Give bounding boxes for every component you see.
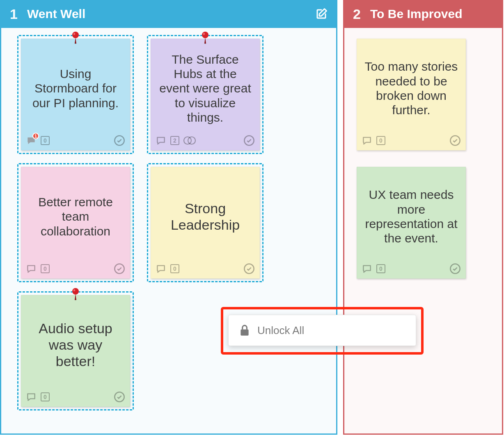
context-menu-label: Unlock All [257, 324, 304, 337]
count-box[interactable]: 0 [41, 136, 50, 145]
column-number: 2 [353, 6, 370, 22]
check-icon[interactable] [449, 263, 461, 274]
reaction-icon[interactable] [183, 136, 196, 145]
column-number: 1 [10, 6, 27, 22]
comment-icon[interactable] [362, 263, 372, 274]
check-icon[interactable] [114, 263, 125, 274]
count-box[interactable]: 0 [170, 264, 179, 273]
edit-column-icon[interactable] [315, 8, 328, 20]
column-body[interactable]: Too many stories needed to be broken dow… [343, 28, 503, 435]
svg-point-1 [73, 33, 76, 35]
card-text: Audio setup was way better! [21, 295, 130, 387]
card[interactable]: Audio setup was way better! 0 [17, 291, 134, 410]
comment-icon[interactable] [156, 135, 166, 146]
card-footer: 2 [151, 131, 260, 150]
card-text: UX team needs more representation at the… [357, 167, 466, 259]
count-box[interactable]: 0 [41, 392, 50, 401]
count-box[interactable]: 2 [170, 136, 179, 145]
card-footer: 0 [357, 259, 466, 279]
card-text: Too many stories needed to be broken dow… [357, 39, 466, 131]
context-menu-unlock-all[interactable]: Unlock All [228, 315, 416, 346]
lock-icon [239, 324, 250, 337]
card-footer: 1 0 [21, 131, 130, 150]
svg-point-0 [72, 32, 79, 38]
card-text: Better remote team collaboration [21, 167, 130, 259]
column-body[interactable]: Using Stormboard for our PI planning. 1 … [0, 28, 337, 435]
check-icon[interactable] [243, 135, 255, 146]
svg-point-13 [73, 289, 76, 291]
card-text: Strong Leadership [151, 167, 260, 259]
svg-rect-18 [241, 330, 248, 336]
card-footer: 0 [21, 259, 130, 279]
column-header: 2 To Be Improved [343, 0, 503, 28]
svg-point-4 [202, 32, 208, 38]
card-footer: 0 [21, 387, 130, 407]
card[interactable]: UX team needs more representation at the… [357, 167, 466, 279]
comment-icon[interactable] [156, 263, 166, 274]
card-text: The Surface Hubs at the event were great… [151, 39, 260, 131]
count-box[interactable]: 0 [376, 136, 385, 145]
svg-point-5 [203, 33, 205, 35]
comment-icon[interactable] [26, 392, 37, 402]
card[interactable]: Strong Leadership 0 [147, 163, 263, 282]
check-icon[interactable] [449, 135, 461, 146]
comment-icon[interactable] [26, 263, 37, 274]
comment-badge: 1 [32, 133, 39, 139]
check-icon[interactable] [114, 135, 125, 146]
column-title: Went Well [27, 7, 315, 21]
column-2: 2 To Be Improved Too many stories needed… [343, 0, 503, 435]
card-footer: 0 [357, 131, 466, 150]
card[interactable]: The Surface Hubs at the event were great… [147, 35, 263, 154]
comment-icon[interactable] [362, 135, 372, 146]
count-box[interactable]: 0 [41, 264, 50, 273]
svg-point-12 [72, 288, 79, 295]
column-title: To Be Improved [370, 7, 493, 21]
card[interactable]: Too many stories needed to be broken dow… [357, 39, 466, 150]
column-header: 1 Went Well [0, 0, 337, 28]
card[interactable]: Using Stormboard for our PI planning. 1 … [17, 35, 134, 154]
check-icon[interactable] [243, 263, 255, 274]
card-text: Using Stormboard for our PI planning. [21, 39, 130, 131]
card[interactable]: Better remote team collaboration 0 [17, 163, 134, 282]
card-footer: 0 [151, 259, 260, 279]
check-icon[interactable] [114, 391, 125, 403]
count-box[interactable]: 0 [376, 264, 385, 273]
column-1: 1 Went Well Using Stormboard for our PI … [0, 0, 337, 435]
comment-icon[interactable]: 1 [26, 135, 37, 146]
